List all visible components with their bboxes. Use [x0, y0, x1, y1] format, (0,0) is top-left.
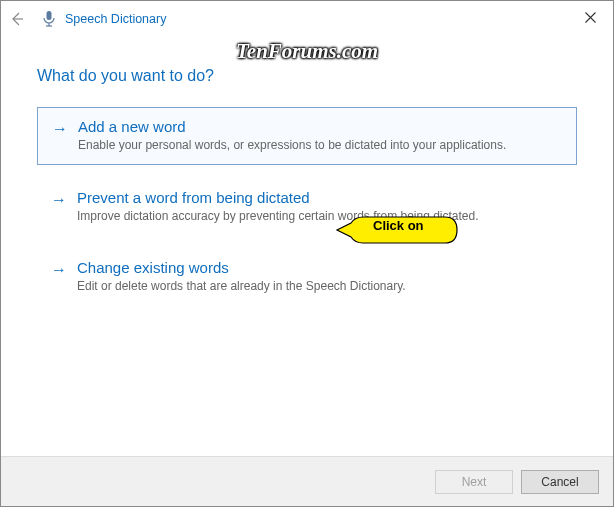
- option-desc: Enable your personal words, or expressio…: [78, 138, 562, 152]
- arrow-icon: →: [51, 261, 67, 279]
- option-desc: Improve dictation accuracy by preventing…: [77, 209, 563, 223]
- option-prevent-word[interactable]: → Prevent a word from being dictated Imp…: [37, 179, 577, 235]
- option-add-word[interactable]: → Add a new word Enable your personal wo…: [37, 107, 577, 165]
- option-title: Change existing words: [77, 259, 229, 276]
- page-heading: What do you want to do?: [37, 67, 577, 85]
- back-button[interactable]: [1, 1, 33, 37]
- svg-rect-1: [47, 11, 52, 20]
- cancel-button[interactable]: Cancel: [521, 470, 599, 494]
- microphone-icon: [39, 9, 59, 29]
- option-title: Prevent a word from being dictated: [77, 189, 310, 206]
- option-change-words[interactable]: → Change existing words Edit or delete w…: [37, 249, 577, 305]
- option-desc: Edit or delete words that are already in…: [77, 279, 563, 293]
- arrow-icon: →: [51, 191, 67, 209]
- window-title: Speech Dictionary: [65, 12, 166, 26]
- next-button: Next: [435, 470, 513, 494]
- option-title: Add a new word: [78, 118, 186, 135]
- content-area: What do you want to do? → Add a new word…: [1, 37, 613, 305]
- close-button[interactable]: [567, 1, 613, 33]
- arrow-icon: →: [52, 120, 68, 138]
- footer: Next Cancel: [1, 456, 613, 506]
- titlebar: Speech Dictionary: [1, 1, 613, 37]
